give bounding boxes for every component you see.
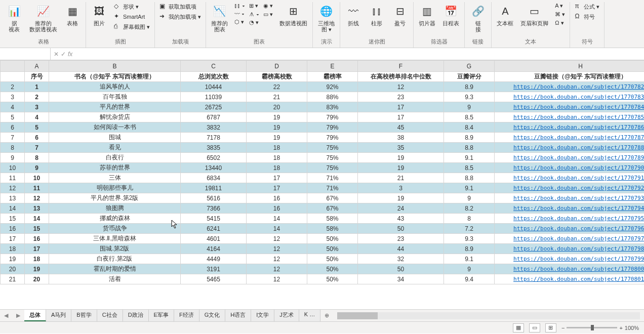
link-cell[interactable]: https://book.douban.com/subject/1770795/ bbox=[495, 214, 645, 224]
cell[interactable]: 6502 bbox=[181, 153, 247, 163]
cell[interactable]: 88% bbox=[307, 92, 358, 102]
cell[interactable]: 50 bbox=[358, 264, 444, 274]
cell[interactable]: 44 bbox=[358, 244, 444, 254]
cell[interactable]: 9 bbox=[444, 193, 495, 203]
row-header[interactable]: 4 bbox=[1, 102, 25, 112]
cell[interactable]: 50% bbox=[307, 244, 358, 254]
link-cell[interactable]: https://book.douban.com/subject/1770799/ bbox=[495, 254, 645, 264]
sheet-tab[interactable]: B哲学 bbox=[71, 310, 97, 321]
cell[interactable]: 11039 bbox=[181, 92, 247, 102]
cell[interactable]: 17 bbox=[358, 102, 444, 112]
row-header[interactable]: 10 bbox=[1, 163, 25, 173]
cell[interactable]: 18 bbox=[247, 163, 307, 173]
cell[interactable]: 13 bbox=[25, 203, 49, 214]
cell[interactable]: 看见 bbox=[49, 143, 181, 153]
ribbon-button[interactable]: 📈推荐的 数据透视表 bbox=[27, 2, 59, 33]
ribbon-button[interactable]: ⊟盈亏 bbox=[390, 2, 410, 27]
cell[interactable]: 白夜行.第2版 bbox=[49, 254, 181, 264]
cell[interactable]: 8.5 bbox=[444, 112, 495, 122]
link-cell[interactable]: https://book.douban.com/subject/1770787/ bbox=[495, 133, 645, 143]
tab-nav-next-icon[interactable]: ▶ bbox=[12, 312, 24, 319]
cell[interactable]: 3832 bbox=[181, 122, 247, 133]
cell[interactable]: 43 bbox=[358, 214, 444, 224]
cell[interactable]: 3835 bbox=[181, 143, 247, 153]
cell[interactable]: 8.5 bbox=[444, 163, 495, 173]
spreadsheet-grid[interactable]: ABCDEFGH 序号书名（@知乎 东写西读整理）总浏览次数霸榜高校数霸榜率在高… bbox=[0, 60, 644, 309]
cell[interactable]: 17 bbox=[247, 183, 307, 193]
link-cell[interactable]: https://book.douban.com/subject/1770783/ bbox=[495, 92, 645, 102]
normal-view-button[interactable]: ▦ bbox=[513, 323, 524, 332]
cell[interactable]: 7 bbox=[25, 143, 49, 153]
ribbon-row-button[interactable]: π公式 ▾ bbox=[573, 2, 601, 11]
cell[interactable]: 9.1 bbox=[444, 183, 495, 193]
cell[interactable]: 45 bbox=[358, 122, 444, 133]
cell[interactable]: 19 bbox=[358, 193, 444, 203]
row-header[interactable]: 7 bbox=[1, 133, 25, 143]
link-cell[interactable]: https://book.douban.com/subject/1770791/ bbox=[495, 173, 645, 183]
link-cell[interactable]: https://book.douban.com/subject/1770788/ bbox=[495, 143, 645, 153]
row-header[interactable]: 8 bbox=[1, 143, 25, 153]
link-cell[interactable]: https://book.douban.com/subject/1770782/ bbox=[495, 82, 645, 92]
zoom-control[interactable]: − + 100% bbox=[561, 325, 639, 331]
ribbon-button[interactable]: ⊞数据透视图 bbox=[277, 2, 309, 27]
cell[interactable]: 92% bbox=[307, 82, 358, 92]
cell[interactable]: 17 bbox=[247, 173, 307, 183]
cell[interactable]: 14 bbox=[25, 214, 49, 224]
sheet-tab[interactable]: A马列 bbox=[46, 310, 71, 321]
cell[interactable]: 12 bbox=[247, 234, 307, 244]
cell[interactable]: 13440 bbox=[181, 163, 247, 173]
ribbon-row-button[interactable]: Ω符号 bbox=[573, 12, 601, 21]
cell[interactable]: 71% bbox=[307, 173, 358, 183]
cell[interactable]: 21 bbox=[358, 173, 444, 183]
link-cell[interactable]: https://book.douban.com/subject/1770800/ bbox=[495, 264, 645, 274]
ribbon-button[interactable]: A文本框 bbox=[495, 2, 515, 27]
cell[interactable]: 19 bbox=[247, 122, 307, 133]
cell[interactable]: 35 bbox=[358, 143, 444, 153]
chart-type-icon[interactable]: ⌘ ▾ bbox=[553, 11, 567, 18]
cell[interactable]: 12 bbox=[25, 193, 49, 203]
cell[interactable]: 三体.Ⅱ,黑暗森林 bbox=[49, 234, 181, 244]
cell[interactable]: 16 bbox=[25, 234, 49, 244]
cell[interactable]: 霍乱时期的爱情 bbox=[49, 264, 181, 274]
cell[interactable]: 4449 bbox=[181, 254, 247, 264]
row-header[interactable]: 20 bbox=[1, 264, 25, 274]
zoom-slider[interactable] bbox=[567, 327, 617, 328]
cell[interactable]: 18 bbox=[247, 153, 307, 163]
cell[interactable]: 50% bbox=[307, 234, 358, 244]
cell[interactable]: 追风筝的人 bbox=[49, 82, 181, 92]
cell[interactable]: 79% bbox=[307, 112, 358, 122]
select-all-corner[interactable] bbox=[1, 61, 25, 72]
cell[interactable]: 79% bbox=[307, 122, 358, 133]
table-header-cell[interactable]: 豆瓣链接（@知乎 东写西读整理） bbox=[495, 72, 645, 82]
table-header-cell[interactable]: 序号 bbox=[25, 72, 49, 82]
cell[interactable]: 1 bbox=[25, 82, 49, 92]
row-header[interactable]: 11 bbox=[1, 173, 25, 183]
cell[interactable]: 3191 bbox=[181, 264, 247, 274]
chart-type-icon[interactable]: ◔ ▾ bbox=[248, 19, 261, 26]
ribbon-row-button[interactable]: ✦SmartArt bbox=[112, 12, 151, 21]
ribbon-button[interactable]: 📉推荐的 图表 bbox=[209, 2, 230, 33]
cell[interactable]: 围城 bbox=[49, 133, 181, 143]
cell[interactable]: 白夜行 bbox=[49, 153, 181, 163]
cell[interactable]: 9 bbox=[444, 264, 495, 274]
cell[interactable]: 4164 bbox=[181, 244, 247, 254]
ribbon-row-button[interactable]: ◇形状 ▾ bbox=[112, 2, 151, 11]
table-header-cell[interactable]: 在高校榜单排名中位数 bbox=[358, 72, 444, 82]
cell[interactable]: 23 bbox=[358, 92, 444, 102]
row-header[interactable]: 3 bbox=[1, 92, 25, 102]
cell[interactable]: 5415 bbox=[181, 214, 247, 224]
cell[interactable]: 50 bbox=[358, 224, 444, 234]
cell[interactable]: 50% bbox=[307, 264, 358, 274]
cell[interactable]: 17 bbox=[25, 244, 49, 254]
page-layout-view-button[interactable]: ▭ bbox=[529, 323, 540, 332]
name-box[interactable] bbox=[0, 48, 51, 60]
cell[interactable]: 23 bbox=[358, 234, 444, 244]
ribbon-row-button[interactable]: ▣获取加载项 bbox=[158, 2, 203, 11]
cell[interactable]: 挪威的森林 bbox=[49, 214, 181, 224]
cell[interactable]: 7366 bbox=[181, 203, 247, 214]
link-cell[interactable]: https://book.douban.com/subject/1770784/ bbox=[495, 102, 645, 112]
column-header[interactable]: H bbox=[495, 61, 645, 72]
cell[interactable]: 货币战争 bbox=[49, 224, 181, 234]
cell[interactable]: 8.4 bbox=[444, 122, 495, 133]
cell[interactable]: 4601 bbox=[181, 234, 247, 244]
